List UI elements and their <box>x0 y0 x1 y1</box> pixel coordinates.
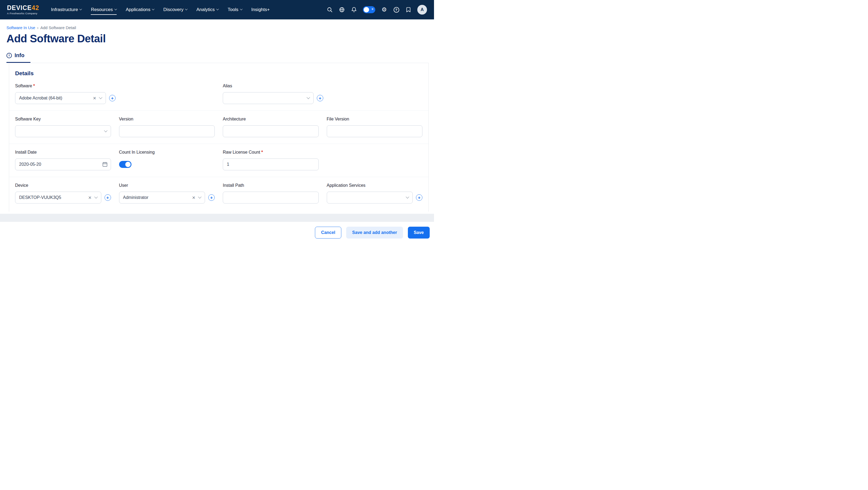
chevron-down-icon <box>80 7 82 10</box>
add-device-button[interactable]: + <box>104 194 111 201</box>
globe-icon[interactable] <box>339 6 345 13</box>
nav-item-insights[interactable]: Insights+ <box>251 5 270 15</box>
form-row-2: Software Key Version <box>9 111 428 144</box>
action-bar: Cancel Save and add another Save <box>0 222 434 245</box>
details-panel: Details Software * Adobe Acrobat (64-bit… <box>9 63 429 211</box>
field-software-key: Software Key <box>15 117 111 137</box>
user-select[interactable]: Administrator × <box>119 192 205 203</box>
field-label: User <box>119 183 128 188</box>
save-and-add-another-button[interactable]: Save and add another <box>346 227 403 238</box>
nav-item-label: Analytics <box>196 7 215 12</box>
software-select[interactable]: Adobe Acrobat (64-bit) × <box>15 92 106 104</box>
chevron-down-icon <box>216 7 219 10</box>
version-input[interactable] <box>119 125 215 137</box>
device-select[interactable]: DESKTOP-VUUK3Q5 × <box>15 192 101 203</box>
save-button[interactable]: Save <box>408 227 430 238</box>
notifications-bell-icon[interactable] <box>351 6 357 13</box>
tab-info-label: Info <box>14 52 25 58</box>
chevron-down-icon <box>307 95 310 99</box>
tab-info[interactable]: i Info <box>6 52 30 63</box>
device-select-value: DESKTOP-VUUK3Q5 <box>19 195 86 200</box>
field-install-path: Install Path <box>223 183 319 203</box>
field-architecture: Architecture <box>223 117 319 137</box>
nav-item-discovery[interactable]: Discovery <box>163 5 187 15</box>
field-label: Architecture <box>223 117 246 121</box>
nav-item-label: Infrastructure <box>51 7 78 12</box>
nav-item-infrastructure[interactable]: Infrastructure <box>51 5 82 15</box>
main-content: Software In Use › Add Software Detail Ad… <box>0 20 434 214</box>
nav-item-tools[interactable]: Tools <box>228 5 242 15</box>
breadcrumb-current: Add Software Detail <box>40 25 76 30</box>
application-services-select[interactable] <box>327 192 413 203</box>
logo-text: DEVICE42 <box>7 5 39 11</box>
software-key-select[interactable] <box>15 125 111 137</box>
bookmark-icon[interactable] <box>405 6 412 13</box>
software-select-value: Adobe Acrobat (64-bit) <box>19 96 91 100</box>
logo-tagline: A Freshworks Company <box>7 12 39 15</box>
nav-item-applications[interactable]: Applications <box>126 5 154 15</box>
settings-gear-icon[interactable]: ⚙ <box>381 6 388 13</box>
info-icon: i <box>6 53 12 58</box>
add-application-service-button[interactable]: + <box>416 194 423 201</box>
chevron-down-icon <box>94 195 98 198</box>
chevron-down-icon <box>99 95 102 99</box>
clear-icon[interactable]: × <box>192 195 195 200</box>
clear-icon[interactable]: × <box>93 95 96 101</box>
field-label: Install Date <box>15 150 37 155</box>
page-title: Add Software Detail <box>6 33 428 45</box>
form-row-1: Software * Adobe Acrobat (64-bit) × + Al… <box>9 78 428 111</box>
architecture-input[interactable] <box>223 125 319 137</box>
user-avatar[interactable]: A <box>417 5 427 15</box>
install-path-input[interactable] <box>223 192 319 203</box>
chevron-down-icon <box>152 7 155 10</box>
field-count-in-licensing: Count In Licensing <box>119 150 215 170</box>
toggle-knob <box>125 162 131 167</box>
raw-license-count-input[interactable] <box>223 158 319 170</box>
clear-icon[interactable]: × <box>88 195 92 200</box>
chevron-down-icon <box>198 195 202 198</box>
tab-bar: i Info <box>6 52 429 63</box>
field-install-date: Install Date <box>15 150 111 170</box>
breadcrumb: Software In Use › Add Software Detail <box>6 25 428 30</box>
add-software-button[interactable]: + <box>109 95 116 102</box>
form-row-4: Device DESKTOP-VUUK3Q5 × + User <box>9 177 428 210</box>
field-version: Version <box>119 117 215 137</box>
field-alias: Alias + <box>223 84 423 104</box>
help-icon[interactable]: ? <box>393 6 400 13</box>
device42-logo[interactable]: DEVICE42 A Freshworks Company <box>7 5 39 15</box>
chevron-down-icon <box>240 7 243 10</box>
form-row-3: Install Date Count In Licensing <box>9 144 428 177</box>
chevron-down-icon <box>104 128 107 132</box>
nav-item-analytics[interactable]: Analytics <box>196 5 218 15</box>
field-label: Count In Licensing <box>119 150 155 155</box>
field-label: File Version <box>327 117 349 121</box>
field-label: Software Key <box>15 117 41 121</box>
required-marker: * <box>33 84 35 88</box>
add-user-button[interactable]: + <box>208 194 215 201</box>
alias-select[interactable] <box>223 92 314 104</box>
theme-toggle[interactable]: ☀ <box>363 6 375 13</box>
field-label: Raw License Count <box>223 150 260 155</box>
add-alias-button[interactable]: + <box>317 95 323 102</box>
install-date-input[interactable] <box>15 158 111 170</box>
file-version-input[interactable] <box>327 125 423 137</box>
count-in-licensing-toggle[interactable] <box>119 161 131 168</box>
cancel-button[interactable]: Cancel <box>315 227 341 238</box>
nav-item-label: Insights+ <box>251 7 270 12</box>
field-application-services: Application Services + <box>327 183 423 203</box>
required-marker: * <box>261 150 263 155</box>
chevron-down-icon <box>114 7 117 10</box>
field-label: Version <box>119 117 133 121</box>
field-user: User Administrator × + <box>119 183 215 203</box>
nav-item-label: Tools <box>228 7 239 12</box>
top-navbar: DEVICE42 A Freshworks Company Infrastruc… <box>0 0 434 20</box>
field-file-version: File Version <box>327 117 423 137</box>
main-nav: Infrastructure Resources Applications Di… <box>51 5 270 15</box>
toggle-knob <box>364 7 369 12</box>
section-title: Details <box>9 70 428 77</box>
nav-item-resources[interactable]: Resources <box>91 5 116 15</box>
content-footer-divider <box>0 214 434 222</box>
breadcrumb-parent-link[interactable]: Software In Use <box>6 25 35 30</box>
search-icon[interactable] <box>327 6 333 13</box>
nav-item-label: Discovery <box>163 7 183 12</box>
